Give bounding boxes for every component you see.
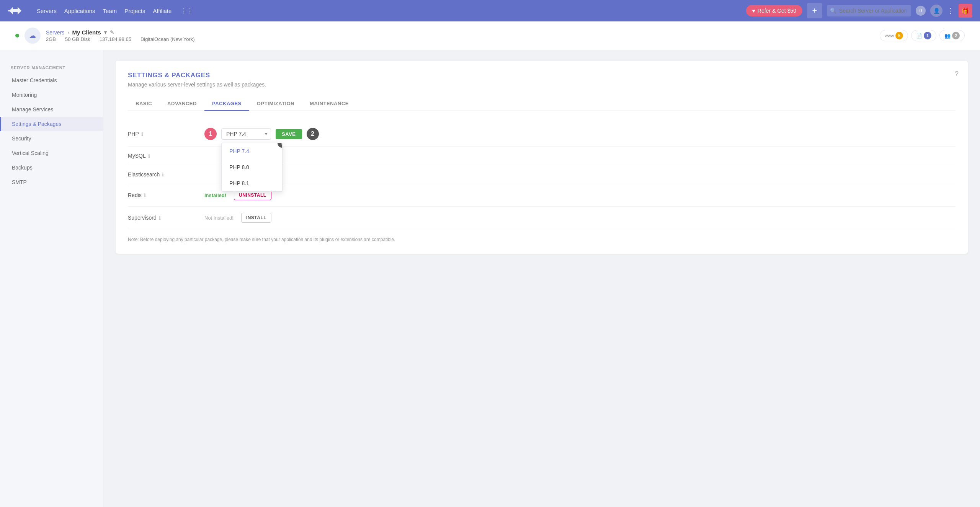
package-row-php: PHP ℹ 1 PHP 7.4 PHP 8.0 PHP 8.1 [128, 122, 956, 147]
supervisord-controls: Not Installed! INSTALL [204, 213, 271, 223]
sidebar-section-title: Server Management [0, 62, 103, 73]
php-info-icon[interactable]: ℹ [141, 131, 143, 137]
supervisord-label-text: Supervisord [128, 215, 157, 221]
www-badge[interactable]: www 5 [880, 30, 908, 41]
server-ram: 2GB [46, 36, 56, 42]
svg-rect-0 [8, 10, 11, 11]
elasticsearch-label: Elasticsearch ℹ [128, 171, 204, 178]
sidebar-item-backups[interactable]: Backups [0, 160, 103, 175]
plus-button[interactable]: + [807, 3, 822, 18]
step-1-number: 1 [209, 130, 212, 137]
supervisord-not-installed-text: Not Installed! [204, 215, 234, 221]
supervisord-info-icon[interactable]: ℹ [159, 215, 161, 221]
server-icon: ☁ [24, 28, 41, 44]
server-header: ☁ Servers › My Clients ▾ ✎ 2GB 50 GB Dis… [0, 21, 980, 50]
php-label: PHP ℹ [128, 131, 204, 137]
top-nav: Servers Applications Team Projects Affil… [0, 0, 980, 21]
www-label: www [885, 33, 894, 38]
step-badge-2: 2 [307, 128, 319, 140]
file-icon: 📄 [916, 33, 922, 39]
gift-button[interactable]: 🎁 [959, 4, 972, 18]
sidebar-item-settings-packages[interactable]: Settings & Packages [0, 117, 103, 131]
sidebar-item-vertical-scaling[interactable]: Vertical Scaling [0, 146, 103, 160]
redis-info-icon[interactable]: ℹ [144, 192, 146, 198]
search-wrapper: 🔍 [827, 5, 911, 16]
settings-card: SETTINGS & PACKAGES Manage various serve… [116, 61, 968, 254]
redis-label-text: Redis [128, 192, 142, 198]
nav-projects[interactable]: Projects [124, 8, 145, 14]
sidebar-item-manage-services[interactable]: Manage Services [0, 102, 103, 117]
grid-icon[interactable]: ⋮⋮ [181, 7, 193, 15]
logo[interactable] [8, 5, 24, 16]
mysql-label-text: MySQL [128, 153, 146, 159]
tab-basic[interactable]: BASIC [128, 97, 160, 111]
heart-icon: ♥ [752, 8, 755, 14]
files-badge[interactable]: 📄 1 [911, 30, 936, 41]
breadcrumb-arrow: › [67, 29, 69, 35]
server-ip: 137.184.98.65 [100, 36, 131, 42]
elasticsearch-info-icon[interactable]: ℹ [162, 172, 164, 178]
avatar-icon: 👤 [933, 8, 940, 14]
php-version-select[interactable]: PHP 7.4 PHP 8.0 PHP 8.1 [221, 128, 271, 140]
php-option-81[interactable]: PHP 8.1 [222, 175, 282, 191]
sidebar: Server Management Master Credentials Mon… [0, 50, 103, 507]
server-name-chevron[interactable]: ▾ [104, 29, 107, 35]
php-dropdown-menu: ✕ PHP 7.4 PHP 8.0 PHP 8.1 [221, 143, 283, 192]
php-option-80[interactable]: PHP 8.0 [222, 159, 282, 175]
users-count: 2 [952, 32, 960, 39]
nav-applications[interactable]: Applications [64, 8, 95, 14]
php-option-74[interactable]: PHP 7.4 [222, 143, 282, 159]
nav-links: Servers Applications Team Projects Affil… [37, 7, 737, 15]
sidebar-item-security[interactable]: Security [0, 131, 103, 146]
php-dropdown-wrapper: PHP 7.4 PHP 8.0 PHP 8.1 ✕ PHP 7.4 PHP 8.… [221, 128, 271, 140]
elasticsearch-label-text: Elasticsearch [128, 171, 160, 178]
nav-right: ♥ Refer & Get $50 + 🔍 0 👤 ⋮ 🎁 [746, 3, 972, 18]
notification-badge[interactable]: 0 [916, 6, 926, 16]
redis-label: Redis ℹ [128, 192, 204, 198]
server-name: Servers › My Clients ▾ ✎ [46, 29, 195, 36]
sidebar-item-smtp[interactable]: SMTP [0, 175, 103, 189]
more-options-icon[interactable]: ⋮ [947, 7, 954, 15]
redis-installed-text: Installed! [204, 192, 226, 198]
step-2-number: 2 [311, 130, 314, 137]
tab-maintenance[interactable]: MAINTENANCE [302, 97, 356, 111]
server-name-text: My Clients [72, 29, 101, 36]
users-badge[interactable]: 👥 2 [939, 30, 965, 41]
notif-count: 0 [920, 8, 922, 13]
card-title: SETTINGS & PACKAGES [128, 72, 956, 79]
note-text: Note: Before deploying any particular pa… [128, 236, 956, 243]
tab-optimization[interactable]: OPTIMIZATION [249, 97, 302, 111]
supervisord-install-button[interactable]: INSTALL [241, 213, 271, 223]
avatar[interactable]: 👤 [930, 5, 942, 17]
php-controls: 1 PHP 7.4 PHP 8.0 PHP 8.1 ✕ PHP 7.4 [204, 128, 319, 140]
refer-label: Refer & Get $50 [758, 8, 796, 14]
nav-affiliate[interactable]: Affiliate [153, 8, 172, 14]
step-badge-1: 1 [204, 128, 217, 140]
php-save-button[interactable]: SAVE [276, 129, 302, 139]
server-meta: 2GB 50 GB Disk 137.184.98.65 DigitalOcea… [46, 36, 195, 42]
tab-packages[interactable]: PACKAGES [204, 97, 249, 111]
files-count: 1 [924, 32, 931, 39]
server-header-right: www 5 📄 1 👥 2 [880, 30, 965, 41]
server-status-dot [15, 34, 19, 37]
php-label-text: PHP [128, 131, 139, 137]
supervisord-label: Supervisord ℹ [128, 215, 204, 221]
breadcrumb-servers[interactable]: Servers [46, 29, 64, 36]
users-icon: 👥 [944, 33, 951, 39]
card-subtitle: Manage various server-level settings as … [128, 82, 956, 88]
www-count: 5 [895, 32, 903, 39]
sidebar-item-master-credentials[interactable]: Master Credentials [0, 73, 103, 88]
refer-button[interactable]: ♥ Refer & Get $50 [746, 5, 802, 16]
tab-bar: BASIC ADVANCED PACKAGES OPTIMIZATION MAI… [128, 97, 956, 111]
nav-team[interactable]: Team [103, 8, 117, 14]
server-name-edit-icon[interactable]: ✎ [110, 29, 114, 35]
mysql-info-icon[interactable]: ℹ [148, 153, 150, 159]
sidebar-item-monitoring[interactable]: Monitoring [0, 88, 103, 102]
tab-advanced[interactable]: ADVANCED [160, 97, 204, 111]
nav-servers[interactable]: Servers [37, 8, 57, 14]
server-disk: 50 GB Disk [65, 36, 90, 42]
search-input[interactable] [827, 5, 911, 16]
help-icon[interactable]: ? [955, 70, 959, 78]
cloud-icon: ☁ [29, 31, 36, 40]
package-row-supervisord: Supervisord ℹ Not Installed! INSTALL [128, 207, 956, 229]
